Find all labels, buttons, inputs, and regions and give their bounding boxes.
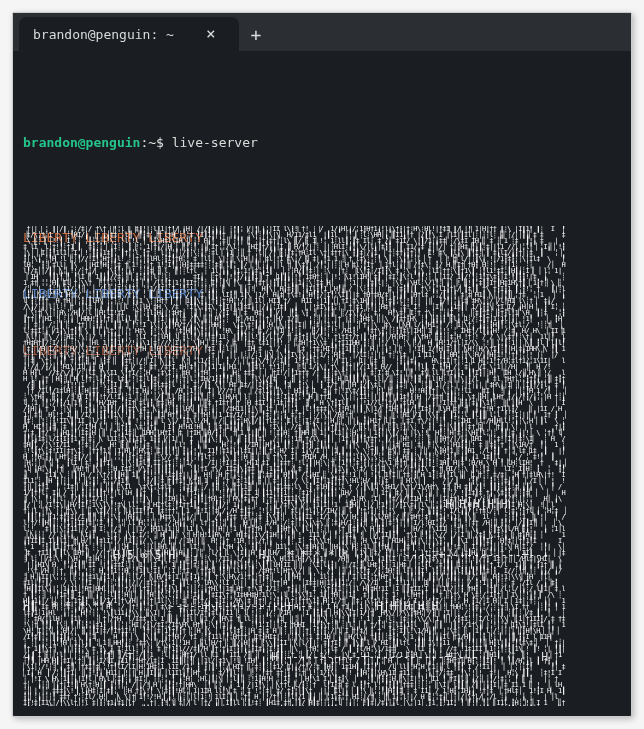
- prompt-command: live-server: [172, 135, 258, 150]
- terminal-tab[interactable]: brandon@penguin: ~ ×: [19, 17, 239, 51]
- plus-icon: +: [251, 24, 262, 45]
- prompt-path: :~$: [140, 135, 171, 150]
- prompt-user-host: brandon@penguin: [23, 135, 140, 150]
- terminal-window: brandon@penguin: ~ × + brandon@penguin:~…: [12, 12, 632, 717]
- terminal-noise-output: †││▕ ╎ ┃|/┃ ╎┊/‡┆/ †\†▕▕╿╎l▕│▕‡┃!|┊l┃1│†…: [23, 226, 621, 706]
- close-icon[interactable]: ×: [202, 24, 220, 44]
- tab-title: brandon@penguin: ~: [33, 27, 174, 42]
- prompt-line: brandon@penguin:~$ live-server: [23, 134, 621, 153]
- new-tab-button[interactable]: +: [239, 17, 273, 51]
- terminal-body[interactable]: brandon@penguin:~$ live-server LIBERTY L…: [13, 51, 631, 716]
- tab-bar: brandon@penguin: ~ × +: [13, 13, 631, 51]
